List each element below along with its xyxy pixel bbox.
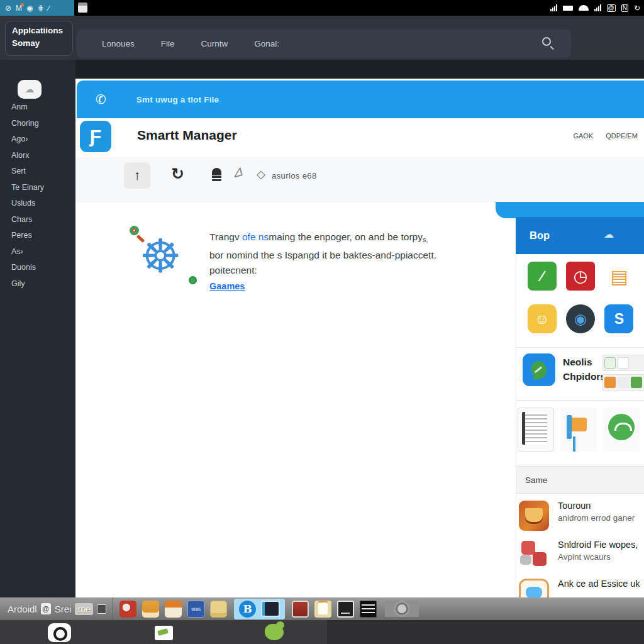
featured-app-title-line2: Chpidors — [563, 369, 606, 384]
app-icon-blue-s[interactable]: S — [604, 304, 633, 333]
diamond-icon[interactable]: ◇ — [257, 167, 265, 181]
applications-button[interactable]: Applcatiions Somay — [5, 21, 73, 56]
search-gear-illustration: ☸ — [128, 225, 210, 300]
list-item[interactable]: Ank ce ad Essice uk — [519, 579, 644, 597]
taskbar-bluetooth-icon[interactable]: B — [239, 601, 256, 618]
taskbar-debug-icon[interactable]: DEBG — [187, 601, 204, 618]
divider-2 — [516, 400, 644, 401]
hash-icon: ⋕ — [38, 4, 44, 13]
list-item-title: Ank ce ad Essice uk — [558, 579, 640, 589]
snldroid-app-icon — [519, 540, 549, 570]
featured-mini-thumbnails — [602, 355, 644, 394]
sidebar-item-peres[interactable]: Peres — [11, 231, 44, 240]
touroun-app-icon — [519, 501, 549, 531]
title-right-label-2: QDPE/EM — [606, 132, 638, 140]
taskbar-folder-icon[interactable] — [142, 601, 159, 618]
green-dot — [189, 276, 197, 284]
menu-item-file[interactable]: File — [161, 39, 175, 48]
sidebar-item-ago[interactable]: Ago› — [11, 135, 44, 143]
mini-thumb-green-2 — [631, 377, 642, 388]
message-notification-icon: M — [16, 4, 22, 13]
title-right-label-1: GAOK — [573, 132, 593, 140]
sidebar-item-gily[interactable]: Gily — [11, 279, 44, 288]
signal-icon-2 — [594, 4, 601, 11]
sidebar-item-te-einary[interactable]: Te Einary — [11, 183, 44, 192]
applications-button-line2: Somay — [12, 37, 72, 50]
battery-dome-icon — [579, 5, 589, 11]
app-list: Touroun anidrom errod ganer Snldroid Fie… — [519, 501, 644, 597]
description-text: Trangv ofe nsmaing the enpoger, on and b… — [209, 230, 474, 279]
sidebar-item-anm[interactable]: Anm — [11, 103, 44, 111]
app-icon-orange-boxes[interactable]: ▤ — [604, 262, 633, 291]
sidebar-item-as[interactable]: As› — [11, 247, 44, 256]
taskbar-monitor-icon[interactable] — [337, 601, 354, 618]
note-icon[interactable] — [155, 626, 173, 640]
sidebar-item-alorx[interactable]: Alorx — [11, 151, 44, 160]
sidebar-item-sert[interactable]: Sert — [11, 167, 44, 175]
screenshot-icon[interactable] — [78, 3, 87, 13]
status-bar-left: ⊘ M ◉ ⋕ ∕ — [0, 0, 74, 16]
taskbar-label-me: me — [75, 603, 93, 615]
menu-bar: Lonoues File Curntw Gonal: — [77, 29, 571, 58]
divider — [516, 347, 644, 348]
thumbnail-document[interactable] — [518, 408, 554, 452]
taskbar: Ardoidl @ Srei me DEBG B — [0, 597, 644, 620]
search-icon[interactable] — [542, 37, 551, 46]
screenshot-thumbnails — [518, 408, 644, 452]
send-icon[interactable]: ⊿ — [230, 162, 245, 182]
featured-app-row[interactable]: Neolis Chpidors — [523, 353, 606, 386]
sidebar-item-duonis[interactable]: Duonis — [11, 263, 44, 272]
mini-thumb-gray — [618, 377, 629, 388]
taskbar-clipboard-icon[interactable] — [314, 601, 331, 618]
store-panel: ∕ ◷ ▤ ☺ ◉ S Neolis Chpidors — [516, 254, 644, 597]
list-item[interactable]: Touroun anidrom errod ganer — [519, 501, 644, 531]
camera-icon[interactable] — [48, 623, 71, 642]
list-item[interactable]: Snldroid Fie wopes, Avpint wcaurs — [519, 540, 644, 570]
smart-manager-logo: Ƒ — [80, 121, 111, 152]
taskbar-label-mid: Srei — [55, 604, 72, 614]
menu-item-curntw[interactable]: Curntw — [201, 39, 228, 48]
app-icon-red-clock[interactable]: ◷ — [566, 262, 595, 291]
signal-icon — [550, 4, 557, 11]
taskbar-keyboard-icon[interactable] — [360, 601, 377, 618]
sidebar-item-usluds[interactable]: Usluds — [11, 199, 44, 208]
magnifier-lens-icon — [130, 226, 139, 235]
taskbar-book-icon[interactable] — [292, 601, 309, 618]
sidebar-item-chars[interactable]: Chars — [11, 215, 44, 224]
thumbnail-gauge[interactable] — [603, 408, 640, 452]
taskbar-red-app-icon[interactable] — [119, 601, 136, 618]
thumbnail-chart[interactable] — [560, 408, 597, 452]
notification-banner[interactable]: ✆ Smt uwug a tlot File — [77, 80, 644, 118]
menu-item-gonal[interactable]: Gonal: — [254, 39, 279, 48]
status-bar: ⊘ M ◉ ⋕ ∕ @ N ↻ — [0, 0, 644, 16]
up-arrow-button[interactable]: ↑ — [124, 162, 150, 189]
sidebar: ☁ Anm Choring Ago› Alorx Sert Te Einary … — [0, 60, 75, 597]
list-item-title: Snldroid Fie wopes, — [558, 540, 638, 550]
cloud-icon[interactable]: ☁ — [18, 80, 42, 99]
notification-dot — [21, 3, 24, 6]
store-tab-strip — [496, 202, 644, 218]
menu-item-lonoues[interactable]: Lonoues — [102, 39, 135, 48]
taskbar-disc-icon[interactable] — [394, 601, 410, 617]
leaf-icon — [529, 359, 548, 380]
games-link[interactable]: Gaames — [209, 281, 245, 291]
store-cloud-icon[interactable]: ☁ — [604, 228, 614, 240]
title-bar-right: GAOK QDPE/EM — [573, 132, 638, 140]
app-icon-green[interactable]: ∕ — [528, 262, 557, 291]
circle-slash-icon: ⊘ — [5, 4, 11, 13]
taskbar-active-group: B — [234, 599, 285, 619]
highlighted-text: ofe ns — [242, 231, 269, 242]
sidebar-item-choring[interactable]: Choring — [11, 119, 44, 128]
taskbar-card-icon[interactable] — [210, 601, 227, 618]
neolis-app-icon — [523, 353, 555, 386]
taskbar-emulator-icon[interactable] — [261, 601, 280, 617]
app-icon-yellow-face[interactable]: ☺ — [528, 304, 557, 333]
refresh-icon[interactable]: ↻ — [171, 165, 184, 183]
taskbar-folder-icon-2[interactable] — [165, 601, 182, 618]
mini-thumb-white — [618, 357, 629, 369]
eye-icon: ◉ — [26, 4, 33, 13]
taskbar-at-icon: @ — [41, 603, 51, 614]
app-icon-camera[interactable]: ◉ — [566, 304, 595, 333]
android-icon[interactable] — [265, 624, 284, 640]
bell-icon[interactable] — [212, 168, 221, 181]
